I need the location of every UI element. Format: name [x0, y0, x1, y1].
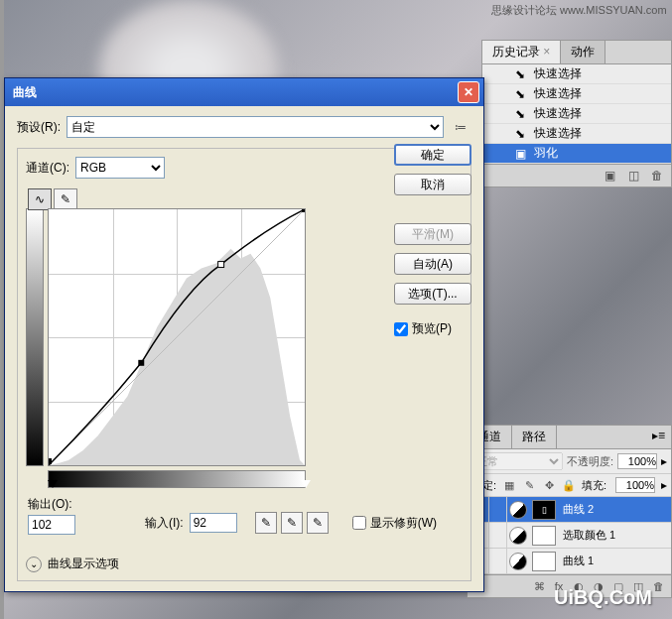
trash-icon[interactable]: 🗑: [649, 168, 665, 184]
tab-paths[interactable]: 路径: [512, 426, 557, 448]
quick-select-icon: ⬊: [512, 106, 528, 122]
layer-row[interactable]: 👁 曲线 1: [468, 549, 671, 574]
lock-all-icon[interactable]: 🔒: [562, 478, 576, 492]
mask-thumb[interactable]: ▯: [532, 500, 556, 520]
panel-menu-icon[interactable]: ▸≡: [646, 426, 671, 448]
options-button[interactable]: 选项(T)...: [394, 283, 471, 305]
preset-select[interactable]: 自定: [67, 116, 444, 138]
fill-label: 填充:: [582, 478, 606, 493]
mask-thumb[interactable]: [532, 552, 556, 571]
new-doc-icon[interactable]: ◫: [625, 168, 641, 184]
chevron-right-icon[interactable]: ▸: [661, 454, 667, 468]
white-eyedropper-icon[interactable]: ✎: [307, 512, 329, 534]
auto-button[interactable]: 自动(A): [394, 253, 471, 275]
lock-pixels-icon[interactable]: ✎: [522, 478, 536, 492]
lock-transparent-icon[interactable]: ▦: [502, 478, 516, 492]
svg-rect-3: [138, 360, 144, 366]
fill-input[interactable]: [615, 477, 655, 493]
layer-row[interactable]: 👁 选取颜色 1: [468, 523, 671, 549]
curve-path: [49, 209, 305, 465]
black-point-slider[interactable]: [48, 480, 58, 488]
layer-name[interactable]: 曲线 1: [559, 554, 671, 568]
svg-rect-4: [218, 262, 224, 268]
pencil-tool-icon[interactable]: ✎: [54, 188, 77, 210]
history-item[interactable]: ⬊快速选择: [482, 84, 671, 104]
input-input[interactable]: [190, 513, 237, 533]
smooth-button[interactable]: 平滑(M): [394, 223, 471, 245]
opacity-label: 不透明度:: [567, 454, 613, 469]
gray-eyedropper-icon[interactable]: ✎: [281, 512, 303, 534]
feather-icon: ▣: [512, 146, 528, 162]
ok-button[interactable]: 确定: [394, 144, 471, 166]
svg-rect-5: [302, 209, 305, 212]
history-item-selected[interactable]: ▣羽化: [482, 144, 671, 164]
tab-actions[interactable]: 动作: [561, 41, 605, 63]
layer-row[interactable]: 👁 ▯ 曲线 2: [468, 497, 671, 523]
channel-label: 通道(C):: [26, 160, 69, 177]
output-label: 输出(O):: [28, 496, 75, 513]
tab-history[interactable]: 历史记录 ×: [482, 41, 561, 63]
history-list: ⬊快速选择 ⬊快速选择 ⬊快速选择 ⬊快速选择 ▣羽化: [482, 64, 671, 164]
adjustment-icon: [509, 501, 527, 519]
dialog-titlebar[interactable]: 曲线 ✕: [5, 78, 483, 106]
opacity-input[interactable]: [617, 453, 657, 469]
forum-caption: 思缘设计论坛 www.MISSYUAN.com: [491, 3, 667, 18]
expand-options-icon[interactable]: ⌄: [26, 557, 42, 572]
quick-select-icon: ⬊: [512, 66, 528, 82]
layer-name[interactable]: 曲线 2: [559, 502, 671, 517]
layers-panel: 通道 路径 ▸≡ 正常 不透明度: ▸ 锁定: ▦ ✎ ✥ 🔒 填充: ▸ 👁 …: [467, 425, 672, 598]
show-clipping-checkbox[interactable]: [352, 516, 366, 530]
history-panel: 历史记录 × 动作 ⬊快速选择 ⬊快速选择 ⬊快速选择 ⬊快速选择 ▣羽化 ▣ …: [481, 40, 672, 187]
history-item[interactable]: ⬊快速选择: [482, 64, 671, 84]
display-options-label: 曲线显示选项: [48, 556, 119, 572]
input-label: 输入(I):: [145, 515, 184, 532]
dialog-title: 曲线: [13, 84, 37, 101]
quick-select-icon: ⬊: [512, 86, 528, 102]
svg-rect-2: [49, 458, 52, 464]
history-item[interactable]: ⬊快速选择: [482, 124, 671, 144]
preset-label: 预设(R):: [17, 119, 61, 136]
history-item[interactable]: ⬊快速选择: [482, 104, 671, 124]
chevron-right-icon[interactable]: ▸: [661, 478, 667, 492]
layer-name[interactable]: 选取颜色 1: [559, 528, 671, 543]
output-gradient: [26, 208, 44, 466]
curves-dialog: 曲线 ✕ 预设(R): 自定 ≔ 通道(C): RGB ∿ ✎: [4, 77, 484, 592]
show-clipping-label: 显示修剪(W): [370, 515, 437, 532]
channel-select[interactable]: RGB: [75, 157, 165, 179]
adjustment-icon: [509, 553, 527, 570]
curve-tool-icon[interactable]: ∿: [28, 188, 52, 210]
adjustment-icon: [509, 527, 527, 545]
quick-select-icon: ⬊: [512, 126, 528, 142]
mask-thumb[interactable]: [532, 526, 556, 546]
output-input[interactable]: [28, 515, 75, 535]
black-eyedropper-icon[interactable]: ✎: [255, 512, 277, 534]
cancel-button[interactable]: 取消: [394, 174, 471, 195]
blend-mode-select[interactable]: 正常: [471, 452, 563, 470]
close-button[interactable]: ✕: [458, 81, 479, 103]
lock-position-icon[interactable]: ✥: [542, 478, 556, 492]
svg-line-1: [49, 209, 305, 465]
preview-checkbox[interactable]: [394, 322, 408, 336]
input-gradient: [48, 470, 306, 488]
white-point-slider[interactable]: [301, 480, 311, 488]
link-layers-icon[interactable]: ⌘: [530, 578, 548, 594]
watermark: UiBQ.CoM: [554, 586, 652, 609]
curve-editor[interactable]: [48, 208, 306, 466]
new-snapshot-icon[interactable]: ▣: [602, 168, 617, 184]
preset-menu-icon[interactable]: ≔: [450, 118, 471, 136]
preview-label: 预览(P): [412, 320, 452, 337]
